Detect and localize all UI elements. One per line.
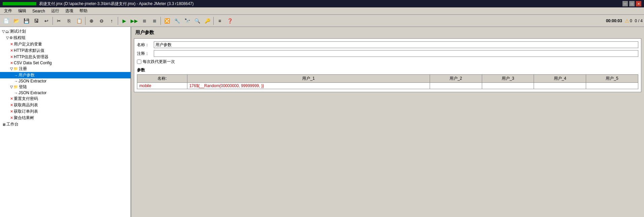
tree-item-csv[interactable]: ✕ CSV Data Set Config	[0, 60, 131, 66]
tree-item-httpheader[interactable]: ✕ HTTP信息头管理器	[0, 54, 131, 60]
save-as-button[interactable]: 🖫	[32, 16, 41, 26]
tree-item-uservars[interactable]: ✕ 用户定义的变量	[0, 41, 131, 47]
folder-icon-1: 📁	[13, 67, 18, 71]
tree-item-register[interactable]: ▽ 📁 注册	[0, 66, 131, 72]
tree-item-json1[interactable]: → JSON Extractor	[0, 78, 131, 84]
row-user5	[586, 83, 638, 89]
table-row: mobile 176${__Random(00000000, 99999999,…	[137, 83, 638, 89]
list-button[interactable]: ≡	[215, 16, 224, 26]
checkbox-row: 每次跌代更新一次	[137, 59, 638, 65]
revert-button[interactable]: ↩	[42, 16, 51, 26]
help-toolbar-button[interactable]: ❓	[225, 16, 235, 26]
minimize-button[interactable]: ─	[622, 1, 628, 6]
collapse-button[interactable]: ⊖	[97, 16, 106, 26]
row-user1: 176${__Random(00000000, 99999999, )}	[187, 83, 430, 89]
menu-help[interactable]: 帮助	[77, 7, 90, 14]
warning-icon: ⚠	[625, 18, 629, 24]
x-icon-5: ✕	[10, 97, 13, 101]
checkbox-label: 每次跌代更新一次	[143, 59, 175, 65]
testplan-icon: 🗂	[5, 30, 9, 34]
x-icon-7: ✕	[10, 109, 13, 114]
collapse2-icon: ▽	[6, 36, 9, 40]
window-controls: ─ □ ✕	[622, 1, 641, 6]
panel-title: 用户参数	[131, 27, 644, 37]
stop-button[interactable]: ⏹	[140, 16, 149, 26]
tree-item-aggregate[interactable]: ✕ 聚合结果树	[0, 115, 131, 121]
separator-2	[85, 17, 85, 25]
name-row: 名称：	[137, 41, 638, 48]
tree-item-getorders[interactable]: ✕ 获取订单列表	[0, 108, 131, 115]
row-user3	[482, 83, 534, 89]
x-icon-1: ✕	[10, 42, 13, 46]
menu-edit[interactable]: 编辑	[15, 7, 29, 14]
tool-button[interactable]: 🔧	[172, 16, 182, 26]
separator-4	[160, 17, 161, 25]
arrow-icon-1: →	[14, 73, 18, 77]
timer-value: 00:00:03	[606, 19, 622, 23]
tree-item-userparams[interactable]: → 用户参数	[0, 72, 131, 78]
panel-inner: 名称： 注释： 每次跌代更新一次 参数 名称: 用户_1 用户_	[134, 38, 641, 92]
run-button[interactable]: ▶	[119, 16, 129, 26]
x-icon-6: ✕	[10, 103, 13, 107]
binoculars-button[interactable]: 🔭	[182, 16, 192, 26]
row-user2	[430, 83, 482, 89]
collapse4-icon: ▽	[10, 85, 13, 89]
expand-button[interactable]: ⊕	[87, 16, 96, 26]
collapse3-icon: ▽	[10, 67, 13, 71]
search-toolbar-button[interactable]: 🔍	[192, 16, 202, 26]
close-button[interactable]: ✕	[636, 1, 641, 6]
tree-item-threadgroup[interactable]: ▽ ⚙ 线程组	[0, 35, 131, 41]
cut-button[interactable]: ✂	[54, 16, 64, 26]
window-title: 易捷支付.jmx (D:\apache-jmeter-3.3\bin\易捷支付.…	[39, 1, 622, 7]
error-ratio: 0 / 4	[635, 19, 643, 23]
col-header-user4: 用户_4	[534, 75, 586, 83]
paste-button[interactable]: 📋	[74, 16, 84, 26]
col-header-user3: 用户_3	[482, 75, 534, 83]
x-icon-2: ✕	[10, 48, 13, 53]
col-header-user5: 用户_5	[586, 75, 638, 83]
arrow-icon-2: →	[14, 79, 18, 83]
warning-badge: ⚠ 0	[625, 18, 632, 24]
stop-now-button[interactable]: ⏹	[150, 16, 159, 26]
col-header-name: 名称:	[137, 75, 187, 83]
menu-file[interactable]: 文件	[1, 7, 15, 14]
tree-item-login[interactable]: ▽ 📁 登陆	[0, 84, 131, 90]
menubar: 文件 编辑 Search 运行 选项 帮助	[0, 7, 644, 15]
run-all-button[interactable]: ▶▶	[130, 16, 139, 26]
tree-item-json2[interactable]: → JSON Extractor	[0, 90, 131, 96]
arrow-icon-3: →	[14, 91, 18, 95]
tree-item-httpdefaults[interactable]: ✕ HTTP请求默认值	[0, 47, 131, 54]
tree-panel: ▽ 🗂 测试计划 ▽ ⚙ 线程组 ✕ 用户定义的变量 ✕ HTTP请求默认值 ✕…	[0, 27, 131, 217]
menu-options[interactable]: 选项	[63, 7, 76, 14]
toggle-button[interactable]: 🔀	[162, 16, 172, 26]
tree-item-getproducts[interactable]: ✕ 获取商品列表	[0, 102, 131, 108]
update-checkbox[interactable]	[137, 60, 141, 64]
tree-item-resetpwd[interactable]: ✕ 重置支付密码	[0, 96, 131, 102]
content-panel: 用户参数 名称： 注释： 每次跌代更新一次 参数 名称:	[131, 27, 644, 217]
workbench-icon: 🖥	[2, 122, 6, 126]
comment-input[interactable]	[154, 50, 638, 57]
moveup-button[interactable]: ↑	[107, 16, 116, 26]
folder-icon-2: 📁	[13, 85, 18, 89]
tree-item-workbench[interactable]: 🖥 工作台	[0, 121, 131, 128]
separator-3	[118, 17, 118, 25]
name-input[interactable]	[154, 41, 638, 48]
menu-run[interactable]: 运行	[48, 7, 62, 14]
new-button[interactable]: 📄	[1, 16, 11, 26]
timer-display: 00:00:03 ⚠ 0 0 / 4	[606, 18, 643, 24]
tree-item-testplan[interactable]: ▽ 🗂 测试计划	[0, 28, 131, 35]
copy-button[interactable]: ⎘	[64, 16, 74, 26]
maximize-button[interactable]: □	[629, 1, 635, 6]
menu-search[interactable]: Search	[30, 8, 48, 14]
row-user4	[534, 83, 586, 89]
col-header-user1: 用户_1	[187, 75, 430, 83]
main-area: ▽ 🗂 测试计划 ▽ ⚙ 线程组 ✕ 用户定义的变量 ✕ HTTP请求默认值 ✕…	[0, 27, 644, 217]
params-section-title: 参数	[137, 67, 638, 73]
open-button[interactable]: 📂	[11, 16, 21, 26]
warning-count: 0	[630, 19, 632, 23]
save-button[interactable]: 💾	[22, 16, 31, 26]
key-button[interactable]: 🔑	[203, 16, 212, 26]
x-icon-8: ✕	[10, 116, 13, 120]
toolbar: 📄 📂 💾 🖫 ↩ ✂ ⎘ 📋 ⊕ ⊖ ↑ ▶ ▶▶ ⏹ ⏹ 🔀 🔧 🔭 🔍 🔑…	[0, 15, 644, 27]
comment-row: 注释：	[137, 50, 638, 57]
